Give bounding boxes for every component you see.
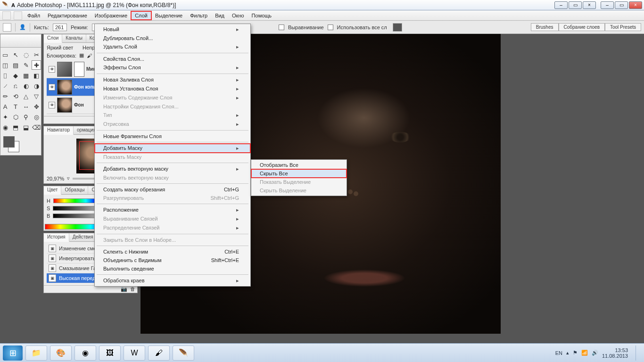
tool-23[interactable]: ✥ [32,102,41,111]
close-button[interactable]: × [629,1,642,9]
tab-history[interactable]: История [44,233,69,242]
inner-close-button[interactable]: × [583,1,596,9]
taskbar-photoshop[interactable]: 🖼 [99,346,121,361]
menu-item[interactable]: Новый▸ [95,25,250,34]
menu-item[interactable]: Эффекты Слоя▸ [95,63,250,72]
tool-10[interactable]: ▦ [21,71,31,80]
tool-26[interactable]: ⚲ [21,112,31,122]
menu-слой[interactable]: Слой [131,11,151,20]
tool-22[interactable]: ↔ [21,102,31,111]
menu-item[interactable]: Добавить Маску▸ [95,144,250,153]
well-tab-layer-comps[interactable]: Собрание слоев [559,23,605,31]
taskbar-explorer[interactable]: 📁 [25,346,47,361]
tray-lang[interactable]: EN [555,350,562,356]
taskbar-word[interactable]: W [124,346,145,361]
well-tab-brushes[interactable]: Brushes [531,23,559,31]
tool-25[interactable]: ⬡ [11,112,20,122]
foreground-color[interactable] [3,136,15,148]
tool-18[interactable]: △ [21,91,31,101]
tool-27[interactable]: ◎ [32,112,41,122]
menu-item[interactable]: Добавить векторную маску▸ [95,165,250,173]
menu-item[interactable]: Обработка краев▸ [95,276,250,285]
new-snapshot-icon[interactable]: 📷 [121,286,127,292]
tool-6[interactable]: ✎ [21,60,31,70]
visibility-icon[interactable]: 👁 [49,84,55,90]
menu-item[interactable]: Объединить с ВидимымShift+Ctrl+E [95,256,250,264]
submenu-item[interactable]: Скрыть Все [251,169,347,178]
menu-item[interactable]: Новая Установка Слоя▸ [95,84,250,93]
taskbar-app2[interactable]: 🪶 [173,346,194,361]
tool-24[interactable]: ✦ [0,112,10,122]
tool-12[interactable]: ⟋ [0,81,10,90]
blend-mode-select[interactable]: Яркий свет [47,45,80,50]
inner-restore-button[interactable]: ▭ [569,1,582,9]
tool-13[interactable]: ⎌ [11,81,20,90]
delete-state-icon[interactable]: 🗑 [130,286,135,292]
lock-transparent-button[interactable]: ▦ [79,52,84,58]
zoom-out-icon[interactable]: ▿ [67,175,70,181]
layer-thumbnail[interactable] [57,98,72,113]
tray-clock[interactable]: 13:53 11.08.2013 [602,347,628,359]
tab-actions[interactable]: Действия [69,233,97,241]
start-button[interactable]: ⊞ [3,346,23,361]
taskbar-paint[interactable]: 🖌 [148,346,170,361]
tool-8[interactable]: ⌷ [0,71,10,80]
tool-21[interactable]: T [11,102,20,111]
brush-size-field[interactable]: 261 [53,24,67,31]
align-checkbox[interactable] [279,25,284,30]
layer-thumbnail[interactable] [57,62,72,77]
layer-mask-thumbnail[interactable] [74,62,84,77]
taskbar-app1[interactable]: 🎨 [50,346,72,361]
menu-item[interactable]: Склеить с НижнимCtrl+E [95,247,250,256]
tab-navigator[interactable]: Навигатор [44,126,74,135]
maximize-button[interactable]: ▭ [615,1,628,9]
tab-channels[interactable]: Каналы [62,34,86,42]
tool-16[interactable]: ✏ [0,91,10,101]
menu-фильтр[interactable]: Фильтр [186,11,211,20]
menu-item[interactable]: Расположение▸ [95,206,250,214]
taskbar-chrome[interactable]: ◉ [74,346,96,361]
menu-item[interactable]: Свойства Слоя... [95,55,250,63]
tool-14[interactable]: ◐ [21,81,31,90]
tool-15[interactable]: ◑ [32,81,41,90]
tool-4[interactable]: ◫ [0,60,10,70]
tab-color[interactable]: Цвет [44,186,61,195]
tool-20[interactable]: A [0,102,10,111]
palette-well-icon[interactable] [393,23,402,32]
visibility-icon[interactable]: 👁 [49,102,55,108]
tool-30[interactable]: ⬓ [21,123,31,132]
tool-1[interactable]: ↖ [11,50,20,59]
color-swatch[interactable] [0,133,41,155]
menu-item[interactable]: Дублировать Слой... [95,34,250,42]
menu-выделение[interactable]: Выделение [151,11,186,20]
menu-изображение[interactable]: Изображение [91,11,131,20]
tool-0[interactable]: ▭ [0,50,10,59]
tool-31[interactable]: ⌫ [32,123,41,132]
tab-layers[interactable]: Слои [44,34,62,43]
menu-помощь[interactable]: Помощь [248,11,276,20]
tool-7[interactable]: ✚ [32,60,41,70]
menu-окно[interactable]: Окно [228,11,248,20]
tool-preset-button[interactable] [3,23,11,32]
menu-вид[interactable]: Вид [211,11,228,20]
tool-19[interactable]: ▽ [32,91,41,101]
tool-5[interactable]: ▨ [11,60,20,70]
lock-image-button[interactable]: 🖌 [87,53,92,58]
menu-item[interactable]: Новая Заливка Слоя▸ [95,75,250,84]
show-desktop-button[interactable] [636,346,641,361]
navigator-zoom-field[interactable]: 20,97% [47,176,64,181]
tray-up-icon[interactable]: ▴ [566,350,569,356]
layer-thumbnail[interactable] [57,80,72,95]
tool-29[interactable]: ⬒ [11,123,20,132]
tool-17[interactable]: ⟲ [11,91,20,101]
inner-minimize-button[interactable]: – [554,1,568,9]
tool-3[interactable]: ✂ [32,50,41,59]
tray-network-icon[interactable]: 📶 [581,350,588,356]
menu-редактирование[interactable]: Редактирование [44,11,91,20]
tool-9[interactable]: ◆ [11,71,20,80]
well-tab-tool-presets[interactable]: Tool Presets [605,23,641,31]
brush-icon[interactable]: 👤 [19,24,26,30]
menu-item[interactable]: Создать маску обрезанияCtrl+G [95,185,250,194]
menu-item[interactable]: Новые Фрагменты Слоя [95,132,250,140]
menu-item[interactable]: Выполнить сведение [95,264,250,273]
